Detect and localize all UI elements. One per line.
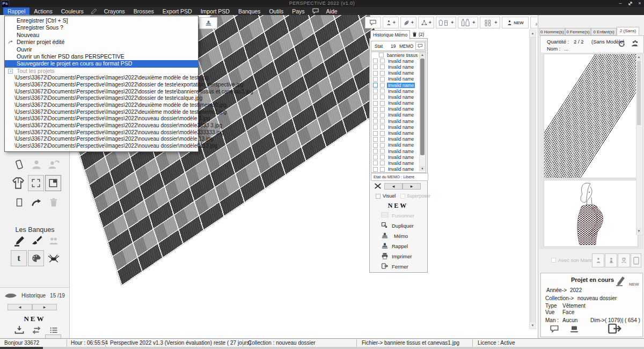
recent-file-item[interactable]: \Users\33672\Documents\Perspective\Image… <box>5 115 198 122</box>
comment-toolbar-button[interactable] <box>365 17 381 28</box>
memo-checkbox[interactable] <box>380 149 385 154</box>
recent-file-item[interactable]: \Users\33672\Documents\Perspective\Image… <box>5 89 198 96</box>
memo-row-label[interactable]: Invalid name <box>387 112 415 118</box>
menu-aide[interactable]: Aide <box>322 8 342 15</box>
recent-file-item[interactable]: \Users\33672\Documents\Perspective\Image… <box>5 122 198 129</box>
scroll-down-arrow[interactable]: ▼ <box>636 228 641 234</box>
memo-row-selector[interactable] <box>373 64 378 69</box>
palette-bank-button[interactable] <box>28 250 44 266</box>
superposer-checkbox[interactable] <box>400 194 405 199</box>
history-next-button[interactable]: ▶ <box>32 304 57 310</box>
history-prev-button[interactable]: ◀ <box>8 304 32 310</box>
dupliquer-button[interactable]: Dupliquer <box>369 222 427 230</box>
memo-row-selector[interactable] <box>373 59 378 63</box>
scroll-down-arrow[interactable]: ▼ <box>530 322 536 329</box>
menu-item-enregistrer-sous[interactable]: Enregistrer Sous ? <box>5 24 198 31</box>
memo-checkbox[interactable] <box>380 94 385 99</box>
memo-list-scrollbar[interactable]: ▲ ▼ <box>419 52 426 171</box>
woman-model-button[interactable] <box>605 253 617 267</box>
memo-row[interactable]: Invalid name <box>371 160 426 166</box>
avec-mannequin-checkbox[interactable] <box>551 258 556 263</box>
card-tool-icon[interactable] <box>11 158 27 172</box>
add-man-button[interactable]: + <box>383 17 399 28</box>
memo-row[interactable]: Invalid name <box>371 118 426 124</box>
memo-row-selector[interactable] <box>373 149 378 154</box>
memo-row-label[interactable]: Invalid name <box>387 89 415 94</box>
project-exit-icon[interactable] <box>608 323 623 335</box>
layout-tool-button[interactable] <box>45 175 61 191</box>
menu-item-enregistrer[interactable]: Enregistrer [Ctrl + S] <box>5 17 198 24</box>
loop-icon[interactable] <box>28 323 45 337</box>
minimize-button[interactable]: – <box>616 0 625 6</box>
stamp-toolbar-button[interactable] <box>199 17 217 29</box>
mannequin-preview[interactable] <box>544 180 638 247</box>
memo-row-label[interactable]: Invalid name <box>387 106 415 112</box>
redo-arrow-icon[interactable] <box>28 195 45 209</box>
memo-row-selector[interactable] <box>373 107 378 112</box>
add-plant-button[interactable]: + <box>400 17 416 28</box>
memo-next-button[interactable]: ▶ <box>402 183 421 190</box>
menu-item-sauvegarder-psd[interactable]: Sauvegarder le projet en cours au format… <box>5 60 198 67</box>
fermer-button[interactable]: Fermer <box>369 263 427 271</box>
memo-row-label[interactable]: Invalid name <box>387 119 415 124</box>
scroll-up-arrow[interactable]: ▲ <box>636 54 641 60</box>
memo-row[interactable]: Invalid name <box>371 124 426 130</box>
memo-checkbox[interactable] <box>380 155 385 159</box>
tab-historique-memo[interactable]: Historique Mémo <box>370 30 410 39</box>
memo-checkbox[interactable] <box>380 77 385 82</box>
memo-row-selector[interactable] <box>373 94 378 99</box>
menu-item-ouvrir[interactable]: Ouvrir <box>5 46 198 53</box>
cut-x-icon[interactable] <box>374 183 382 190</box>
memo-checkbox[interactable] <box>380 83 385 88</box>
project-laptop-icon[interactable] <box>569 325 580 333</box>
memo-row[interactable]: Invalid name <box>371 154 426 160</box>
memo-checkbox[interactable] <box>379 53 384 57</box>
person-redo-tool-icon[interactable] <box>46 158 62 172</box>
memo-row-selector[interactable] <box>373 167 378 172</box>
memo-row-selector[interactable] <box>373 125 378 129</box>
anchor-stamp-button[interactable] <box>530 17 537 28</box>
memo-row[interactable]: Invalid name <box>371 58 426 64</box>
memo-row-selector[interactable] <box>373 137 378 142</box>
child-model-button[interactable] <box>618 253 630 267</box>
memo-checkbox[interactable] <box>380 167 385 172</box>
recent-file-item[interactable]: \Users\33672\Documents\Perspective\Image… <box>5 102 198 109</box>
pencil-icon[interactable] <box>88 8 100 14</box>
trash-tool-icon[interactable] <box>46 195 62 209</box>
memo-row-selector[interactable] <box>373 89 378 93</box>
add-bottles-button[interactable]: + <box>458 17 478 28</box>
memo-row[interactable]: Invalid name <box>371 112 426 118</box>
memo-prev-button[interactable]: ◀ <box>384 183 402 190</box>
canvas-vertical-scrollbar[interactable]: ▲ ▼ <box>529 30 536 329</box>
scroll-down-arrow[interactable]: ▼ <box>420 166 425 171</box>
memo-row[interactable]: Invalid name <box>371 130 426 136</box>
memo-row-selector[interactable] <box>373 83 378 88</box>
recent-file-item[interactable]: \Users\33672\Documents\Perspective\Image… <box>5 143 198 150</box>
memo-row[interactable]: Invalid name <box>371 64 426 70</box>
expand-tool-button[interactable] <box>28 175 44 191</box>
memo-row[interactable]: Invalid name <box>371 106 426 112</box>
t-bank-button[interactable]: t <box>11 250 27 266</box>
memo-row-selector[interactable] <box>373 71 378 76</box>
memo-row-selector[interactable] <box>373 101 378 106</box>
memo-checkbox[interactable] <box>380 101 385 106</box>
download-tray-icon[interactable] <box>11 323 27 337</box>
memo-checkbox[interactable] <box>380 143 385 148</box>
tab-femmes[interactable]: 0 Femme(s) <box>565 28 591 35</box>
memo-row-selector[interactable] <box>373 113 378 118</box>
menu-pays[interactable]: Pays <box>288 8 309 15</box>
menu-outils[interactable]: Outils <box>265 8 288 15</box>
rappel-button[interactable]: Rappel <box>369 242 427 251</box>
memo-row-label[interactable]: Invalid name <box>387 136 415 142</box>
refresh-icon[interactable] <box>618 40 626 48</box>
memo-checkbox[interactable] <box>380 113 385 118</box>
memo-row-label[interactable]: Invalid name <box>387 130 415 136</box>
memo-row-selector[interactable] <box>373 155 378 159</box>
scroll-thumb[interactable] <box>530 37 536 323</box>
scroll-up-arrow[interactable]: ▲ <box>420 52 425 57</box>
menu-crayons[interactable]: Crayons <box>100 8 129 15</box>
memo-row-label[interactable]: Invalid name <box>387 100 415 106</box>
menu-banques[interactable]: Banques <box>234 8 265 15</box>
memo-checkbox[interactable] <box>380 59 385 63</box>
memo-row[interactable]: Invalid name <box>371 142 426 148</box>
